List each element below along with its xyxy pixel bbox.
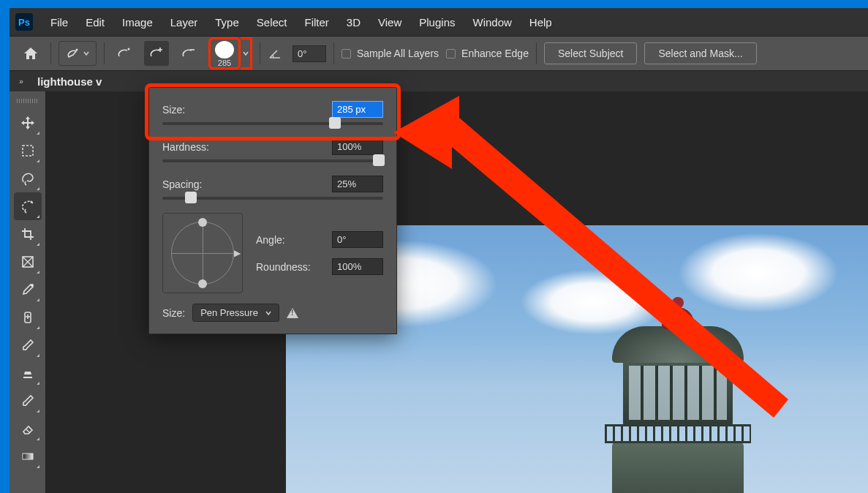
- marquee-tool[interactable]: [14, 137, 42, 165]
- brush-preview[interactable]: 285: [208, 37, 241, 69]
- spacing-slider[interactable]: [162, 197, 383, 200]
- menu-filter[interactable]: Filter: [298, 13, 336, 31]
- svg-point-5: [31, 284, 34, 287]
- brush-dropdown-toggle[interactable]: [241, 37, 252, 69]
- angle-input[interactable]: [332, 231, 383, 248]
- menu-3d[interactable]: 3D: [339, 13, 368, 31]
- app-logo: Ps: [15, 13, 33, 31]
- separator: [50, 42, 51, 64]
- clone-stamp-tool[interactable]: [14, 359, 42, 387]
- warning-icon: [287, 308, 298, 318]
- menu-bar: FileEditImageLayerTypeSelectFilter3DView…: [43, 13, 559, 31]
- brush-shape-icon: [215, 41, 234, 59]
- svg-rect-7: [23, 454, 33, 459]
- expand-panels-button[interactable]: »: [14, 74, 29, 89]
- work-area: [10, 91, 868, 493]
- crop-tool[interactable]: [14, 220, 42, 248]
- spacing-label: Spacing:: [162, 178, 202, 190]
- svg-point-3: [30, 201, 32, 203]
- title-bar: Ps FileEditImageLayerTypeSelectFilter3DV…: [10, 8, 868, 36]
- roundness-input[interactable]: [332, 258, 383, 275]
- svg-rect-2: [23, 146, 33, 156]
- app-window: Ps FileEditImageLayerTypeSelectFilter3DV…: [10, 8, 868, 493]
- select-and-mask-button[interactable]: Select and Mask...: [644, 42, 756, 64]
- home-button[interactable]: [18, 41, 43, 66]
- separator: [536, 42, 537, 64]
- slider-thumb[interactable]: [185, 192, 197, 203]
- tools-panel: [10, 91, 46, 493]
- move-tool[interactable]: [14, 109, 42, 137]
- enhance-edge-checkbox[interactable]: Enhance Edge: [446, 48, 529, 59]
- menu-view[interactable]: View: [371, 13, 409, 31]
- frame-tool[interactable]: [14, 248, 42, 276]
- separator: [104, 42, 105, 64]
- hardness-label: Hardness:: [162, 141, 209, 153]
- tool-preset-picker[interactable]: [59, 41, 97, 66]
- eraser-tool[interactable]: [14, 415, 42, 443]
- svg-point-1: [128, 48, 130, 50]
- angle-icon: [268, 45, 285, 62]
- add-selection-button[interactable]: [144, 41, 169, 66]
- menu-window[interactable]: Window: [465, 13, 518, 31]
- new-selection-button[interactable]: [112, 41, 137, 66]
- size-slider[interactable]: [162, 122, 383, 125]
- menu-image[interactable]: Image: [115, 13, 160, 31]
- quick-selection-tool[interactable]: [14, 192, 42, 220]
- menu-plugins[interactable]: Plugins: [412, 13, 462, 31]
- history-brush-tool[interactable]: [14, 387, 42, 415]
- menu-layer[interactable]: Layer: [163, 13, 205, 31]
- brush-angle-input[interactable]: [293, 45, 326, 62]
- sample-all-layers-checkbox[interactable]: Sample All Layers: [341, 48, 439, 59]
- options-bar: 285 Sample All Layers Enhance Edge Selec…: [10, 36, 868, 71]
- eyedropper-tool[interactable]: [14, 276, 42, 304]
- spacing-input[interactable]: [332, 176, 383, 192]
- roundness-label: Roundness:: [256, 261, 311, 273]
- separator: [260, 42, 260, 64]
- menu-file[interactable]: File: [43, 13, 75, 31]
- brush-tool[interactable]: [14, 331, 42, 359]
- brush-settings-popup: Size: Hardness: Spacing: ▶ An: [148, 87, 397, 334]
- dynamics-size-select[interactable]: Pen Pressure: [192, 304, 279, 322]
- hardness-input[interactable]: [332, 138, 383, 155]
- panel-grip[interactable]: [17, 99, 39, 103]
- menu-select[interactable]: Select: [249, 13, 295, 31]
- size-input[interactable]: [332, 101, 383, 118]
- brush-size-readout: 285: [218, 59, 231, 67]
- slider-thumb[interactable]: [373, 154, 385, 166]
- gradient-tool[interactable]: [14, 443, 42, 470]
- menu-help[interactable]: Help: [522, 13, 559, 31]
- slider-thumb[interactable]: [329, 117, 341, 129]
- lighthouse-graphic: [583, 303, 773, 493]
- select-subject-button[interactable]: Select Subject: [544, 42, 638, 64]
- size-label: Size:: [162, 104, 185, 116]
- angle-label: Angle:: [256, 234, 285, 246]
- subtract-selection-button[interactable]: [176, 41, 201, 66]
- document-tab[interactable]: lighthouse v: [29, 72, 110, 91]
- menu-type[interactable]: Type: [208, 13, 246, 31]
- hardness-slider[interactable]: [162, 159, 383, 162]
- separator: [333, 42, 334, 64]
- svg-point-0: [76, 49, 78, 51]
- lasso-tool[interactable]: [14, 165, 42, 192]
- dynamics-size-label: Size:: [162, 307, 185, 319]
- menu-edit[interactable]: Edit: [78, 13, 112, 31]
- document-tab-row: » lighthouse v: [10, 71, 868, 91]
- angle-dial[interactable]: ▶: [162, 213, 243, 293]
- healing-brush-tool[interactable]: [14, 304, 42, 331]
